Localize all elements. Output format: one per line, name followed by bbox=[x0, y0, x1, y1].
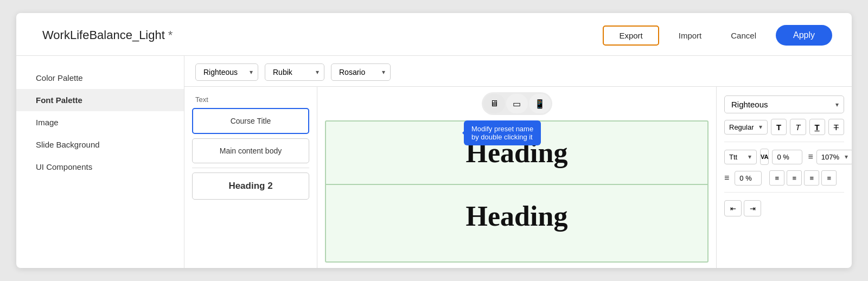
align-btn-group: ≡ ≡ ≡ ≡ bbox=[769, 170, 837, 186]
align-center-button[interactable]: ≡ bbox=[787, 170, 802, 186]
indent-value-input[interactable] bbox=[735, 171, 762, 186]
text-preset-heading2[interactable]: Heading 2 bbox=[192, 173, 309, 200]
indent-increase-button[interactable]: ⇥ bbox=[744, 200, 761, 216]
preview-heading-top: Heading bbox=[326, 122, 707, 185]
rp-style-select[interactable]: Regular bbox=[724, 120, 768, 135]
rp-tracking-select-wrapper: Ttt ▾ bbox=[724, 150, 757, 164]
text-panel: Text Course Title Main content body Head… bbox=[184, 87, 317, 268]
bold-style-button[interactable]: T bbox=[771, 119, 787, 135]
header-title: WorkLifeBalance_Light* bbox=[42, 28, 173, 42]
main-window: WorkLifeBalance_Light* Export Import Can… bbox=[16, 13, 852, 268]
rp-separator-2 bbox=[724, 192, 844, 193]
header: WorkLifeBalance_Light* Export Import Can… bbox=[16, 13, 852, 56]
underline-style-button[interactable]: T bbox=[809, 119, 825, 135]
rp-line-height-select[interactable]: 107% bbox=[816, 150, 852, 164]
font-select-1-wrapper: Righteous ▾ bbox=[195, 63, 258, 81]
device-group: 🖥 ▭ 📱 bbox=[482, 92, 552, 115]
font-select-3-wrapper: Rosario ▾ bbox=[331, 63, 391, 81]
font-select-2-wrapper: Rubik ▾ bbox=[265, 63, 324, 81]
indent-btn-group: ⇤ ⇥ bbox=[724, 200, 844, 216]
text-preset-divider bbox=[192, 168, 309, 168]
body-row: Color Palette Font Palette Image Slide B… bbox=[16, 56, 852, 268]
device-toggle: 🖥 ▭ 📱 bbox=[325, 92, 709, 115]
text-preset-main-content[interactable]: Main content body bbox=[192, 138, 309, 163]
rp-indent-row: ≡ ≡ ≡ ≡ ≡ bbox=[724, 170, 844, 186]
va-icon-button[interactable]: VA bbox=[760, 149, 769, 165]
line-height-icon: ≡ bbox=[808, 152, 813, 162]
sidebar-item-image[interactable]: Image bbox=[16, 111, 184, 133]
main-area: Righteous ▾ Rubik ▾ Rosario ▾ bbox=[184, 56, 852, 268]
apply-button[interactable]: Apply bbox=[776, 25, 832, 46]
rp-font-select-wrapper: Righteous ▾ bbox=[724, 95, 844, 113]
export-button[interactable]: Export bbox=[603, 25, 659, 46]
import-button[interactable]: Import bbox=[669, 27, 712, 44]
align-left-button[interactable]: ≡ bbox=[769, 170, 784, 186]
sidebar-item-color-palette[interactable]: Color Palette bbox=[16, 67, 184, 89]
preview-slide: Heading Heading bbox=[325, 120, 709, 263]
indent-decrease-button[interactable]: ⇤ bbox=[724, 200, 742, 216]
mobile-view-button[interactable]: 📱 bbox=[529, 94, 551, 113]
italic-style-button[interactable]: T bbox=[790, 119, 806, 135]
desktop-view-button[interactable]: 🖥 bbox=[483, 94, 505, 113]
strikethrough-style-button[interactable]: T bbox=[828, 119, 844, 135]
text-panel-label: Text bbox=[184, 95, 317, 108]
rp-tracking-select[interactable]: Ttt bbox=[724, 150, 757, 164]
indent-icon: ≡ bbox=[724, 173, 729, 183]
cancel-button[interactable]: Cancel bbox=[721, 27, 766, 44]
sidebar-item-ui-components[interactable]: UI Components bbox=[16, 156, 184, 178]
tracking-value-input[interactable] bbox=[772, 150, 802, 164]
align-justify-button[interactable]: ≡ bbox=[821, 170, 837, 186]
font-select-2[interactable]: Rubik bbox=[265, 63, 324, 81]
tablet-view-button[interactable]: ▭ bbox=[506, 94, 528, 113]
align-right-button[interactable]: ≡ bbox=[804, 170, 819, 186]
font-select-3[interactable]: Rosario bbox=[331, 63, 391, 81]
rp-line-height-wrapper: 107% ▾ bbox=[816, 150, 852, 164]
rp-style-row: Regular ▾ T T T T bbox=[724, 119, 844, 135]
font-selector-row: Righteous ▾ Rubik ▾ Rosario ▾ bbox=[184, 56, 852, 87]
preview-heading-bottom: Heading bbox=[326, 185, 707, 247]
rp-font-select[interactable]: Righteous bbox=[724, 95, 844, 113]
rp-tracking-row: Ttt ▾ VA ≡ 107% ▾ bbox=[724, 149, 844, 165]
right-panel: Righteous ▾ Regular ▾ T T bbox=[716, 87, 852, 268]
preview-area: 🖥 ▭ 📱 Modify preset nameby double clicki… bbox=[317, 87, 716, 268]
sidebar-item-font-palette[interactable]: Font Palette bbox=[16, 89, 184, 111]
content-row: Text Course Title Main content body Head… bbox=[184, 87, 852, 268]
sidebar-item-slide-background[interactable]: Slide Background bbox=[16, 133, 184, 156]
rp-separator-1 bbox=[724, 142, 844, 142]
sidebar: Color Palette Font Palette Image Slide B… bbox=[16, 56, 184, 268]
header-actions: Export Import Cancel Apply bbox=[603, 25, 832, 46]
text-preset-course-title[interactable]: Course Title bbox=[192, 108, 309, 134]
app-title: WorkLifeBalance_Light* bbox=[42, 28, 173, 42]
rp-style-select-wrapper: Regular ▾ bbox=[724, 120, 768, 135]
font-select-1[interactable]: Righteous bbox=[195, 63, 258, 81]
